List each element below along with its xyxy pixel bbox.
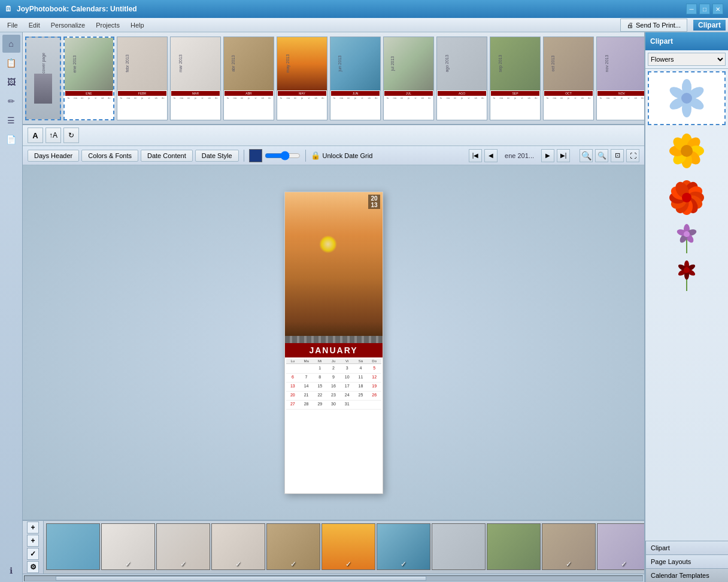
clipart-item-purple-flower[interactable] xyxy=(666,223,708,253)
thumbnail-strip: cover page ene 2013 ENE lumamijuvisádo xyxy=(23,32,644,125)
zoom-out-button[interactable]: 🔍 xyxy=(595,149,608,162)
calendar-spiral xyxy=(285,336,383,343)
thumbnail-sep[interactable]: sep 2013 SEP lumamijuvisádo xyxy=(490,37,541,120)
app-icon: 🗓 xyxy=(5,5,12,13)
close-button[interactable]: ✕ xyxy=(712,4,723,14)
calendar-photo[interactable]: 2013 xyxy=(285,192,383,336)
menu-file[interactable]: File xyxy=(2,20,23,30)
thumbnail-may[interactable]: may 2013 MAY lumamijuvisádo xyxy=(277,37,327,120)
window-title: JoyPhotobook: Calendars: Untitled xyxy=(17,5,137,13)
sidebar-page[interactable]: 📄 xyxy=(2,131,20,148)
bottom-photo-7[interactable] xyxy=(432,523,486,570)
current-month-display: ene 201... xyxy=(500,152,539,159)
clipart-category-select[interactable]: Flowers xyxy=(648,53,726,66)
thumbnail-ene[interactable]: ene 2013 ENE lumamijuvisádo xyxy=(63,37,114,120)
sidebar-info[interactable]: ℹ xyxy=(2,562,20,580)
thumbnail-abr[interactable]: abr 2013 ABR lumamijuvisádo xyxy=(223,37,274,120)
thumbnail-jun[interactable]: jun 2013 JUN lumamijuvisádo xyxy=(330,37,381,120)
horizontal-scrollbar[interactable] xyxy=(23,574,644,582)
fit-button[interactable]: ⊡ xyxy=(611,149,624,162)
thumbnail-mar[interactable]: mar 2013 MAR lumamijuvisádo xyxy=(170,37,221,120)
scrollbar-thumb[interactable] xyxy=(56,576,426,581)
tab-calendar-templates[interactable]: Calendar Templates xyxy=(646,568,728,582)
move-up-button[interactable]: ↑A xyxy=(46,128,61,143)
bottom-photo-strip: + + ✓ ⚙ ✓✓✓✓✓✓✓✓ xyxy=(23,520,644,574)
color-swatch[interactable] xyxy=(249,149,262,162)
menu-edit[interactable]: Edit xyxy=(24,20,45,30)
menu-projects[interactable]: Projects xyxy=(91,20,125,30)
menu-help[interactable]: Help xyxy=(126,20,149,30)
canvas-area[interactable]: 2013 JANUARY Lu Ma Mi Ju Vi xyxy=(23,165,644,520)
calendar-week-4: 20 2122 2324 2526 xyxy=(286,392,381,401)
text-tool-button[interactable]: A xyxy=(28,128,43,143)
clipart-item-dark-flower[interactable] xyxy=(666,258,708,291)
date-style-button[interactable]: Date Style xyxy=(195,150,239,162)
zoom-in-button[interactable]: 🔍 xyxy=(580,149,593,162)
calendar-page: 2013 JANUARY Lu Ma Mi Ju Vi xyxy=(284,192,383,494)
colors-fonts-button[interactable]: Colors & Fonts xyxy=(81,150,138,162)
clipart-selected-display xyxy=(648,71,726,125)
secondary-toolbar: A ↑A ↻ xyxy=(23,125,644,146)
calendar-grid: Lu Ma Mi Ju Vi Sá Do 12 34 5 xyxy=(285,357,383,493)
sidebar-edit[interactable]: ✏ xyxy=(2,92,20,110)
send-print-button[interactable]: 🖨 Send To Print... xyxy=(620,19,687,32)
minimize-button[interactable]: ─ xyxy=(686,4,697,14)
thumbnail-jul[interactable]: jul 2013 JUL lumamijuvisádo xyxy=(383,37,434,120)
thumbnail-oct[interactable]: oct 2013 OCT lumamijuvisádo xyxy=(543,37,594,120)
selected-clipart-preview xyxy=(666,77,708,119)
calendar-week-1: 12 34 5 xyxy=(286,365,381,374)
sidebar-home[interactable]: ⌂ xyxy=(2,35,20,53)
strip-controls: + + ✓ ⚙ xyxy=(23,521,44,574)
last-month-button[interactable]: ▶| xyxy=(557,149,570,162)
clipart-bottom-tabs: Clipart Page Layouts Calendar Templates xyxy=(645,541,728,582)
tab-clipart[interactable]: Clipart xyxy=(646,541,728,554)
bottom-photo-1[interactable]: ✓ xyxy=(101,523,155,570)
bottom-photo-8[interactable] xyxy=(487,523,541,570)
bottom-photo-9[interactable]: ✓ xyxy=(542,523,596,570)
fullscreen-button[interactable]: ⛶ xyxy=(626,149,639,162)
add-photo-button[interactable]: + xyxy=(27,522,39,534)
clipart-item-yellow-flower[interactable] xyxy=(666,130,708,172)
bottom-photo-5[interactable]: ✓ xyxy=(321,523,375,570)
days-header-button[interactable]: Days Header xyxy=(28,150,79,162)
thumbnail-febr[interactable]: febr 2013 FEBR lumamijuvisádo xyxy=(117,37,168,120)
cover-thumbnail[interactable]: cover page xyxy=(25,37,61,120)
sidebar-book[interactable]: 📋 xyxy=(2,54,20,72)
clipart-item-red-flower[interactable] xyxy=(666,177,708,219)
left-sidebar: ⌂ 📋 🖼 ✏ ☰ 📄 ℹ xyxy=(0,32,23,582)
thumbnail-nov[interactable]: nov 2013 NOV lumamijuvisádo xyxy=(596,37,644,120)
date-content-button[interactable]: Date Content xyxy=(141,150,193,162)
bottom-photo-2[interactable]: ✓ xyxy=(156,523,210,570)
clipart-dropdown-area: Flowers xyxy=(645,50,728,69)
bottom-photo-3[interactable]: ✓ xyxy=(211,523,265,570)
clipart-header-btn[interactable]: Clipart xyxy=(693,20,726,31)
bottom-photo-10[interactable]: ✓ xyxy=(597,523,644,570)
opacity-slider[interactable] xyxy=(265,151,301,160)
svg-point-6 xyxy=(681,93,692,104)
bottom-photo-6[interactable]: ✓ xyxy=(377,523,430,570)
first-month-button[interactable]: |◀ xyxy=(469,149,482,162)
calendar-month-header: JANUARY xyxy=(285,343,383,357)
scrollbar-track[interactable] xyxy=(24,575,643,581)
sidebar-photo[interactable]: 🖼 xyxy=(2,73,20,91)
bottom-photo-4[interactable]: ✓ xyxy=(266,523,320,570)
settings-button[interactable]: ⚙ xyxy=(27,561,39,573)
thumbnail-ago[interactable]: ago 2013 AGO lumamijuvisádo xyxy=(436,37,487,120)
bottom-photo-0[interactable] xyxy=(46,523,100,570)
maximize-button[interactable]: □ xyxy=(699,4,710,14)
svg-point-43 xyxy=(684,267,690,273)
prev-month-button[interactable]: ◀ xyxy=(484,149,498,162)
calendar-week-3: 13 1415 1617 1819 xyxy=(286,383,381,392)
next-month-button[interactable]: ▶ xyxy=(541,149,554,162)
rotate-button[interactable]: ↻ xyxy=(63,128,79,143)
unlock-date-grid-label[interactable]: Unlock Date Grid xyxy=(323,152,373,159)
calendar-toolbar: Days Header Colors & Fonts Date Content … xyxy=(23,146,644,165)
calendar-days-header: Lu Ma Mi Ju Vi Sá Do xyxy=(286,359,381,364)
menu-personalize[interactable]: Personalize xyxy=(46,20,90,30)
sidebar-list[interactable]: ☰ xyxy=(2,111,20,129)
add-folder-button[interactable]: + xyxy=(27,535,39,547)
tab-page-layouts[interactable]: Page Layouts xyxy=(646,554,728,568)
confirm-button[interactable]: ✓ xyxy=(27,548,39,560)
clipart-items-list xyxy=(645,128,728,541)
lock-icon: 🔒 xyxy=(311,151,320,160)
